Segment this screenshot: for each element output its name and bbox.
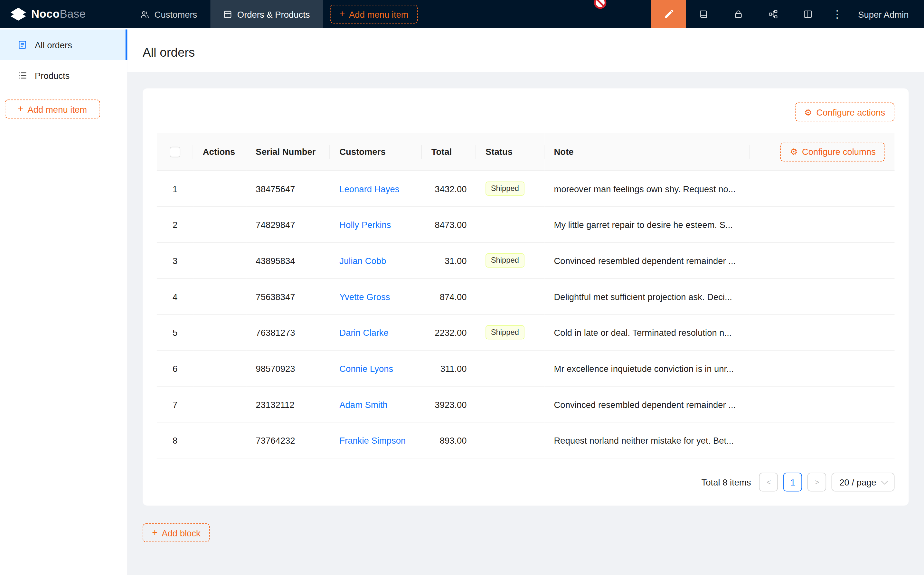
actions-cell [193, 279, 246, 315]
more-options-button[interactable]: ⋮ [825, 0, 850, 28]
plus-icon: + [152, 528, 157, 538]
column-header-status: Status [476, 133, 545, 171]
actions-cell [193, 315, 246, 351]
add-block-button[interactable]: + Add block [143, 524, 210, 542]
plugin-manager-button[interactable] [791, 0, 825, 28]
serial-cell: 74829847 [246, 207, 330, 243]
sidebar-item-products[interactable]: Products [0, 60, 127, 91]
sidebar-add-menu-item-button[interactable]: + Add menu item [5, 100, 100, 119]
nav-item-label: Customers [154, 9, 197, 19]
table-row: 2 74829847 Holly Perkins 8473.00 My litt… [157, 207, 895, 243]
collections-button[interactable] [686, 0, 721, 28]
chevron-left-icon: < [767, 478, 771, 486]
config-cell [749, 207, 894, 243]
pagination: Total 8 items < 1 > 20 / page [157, 473, 895, 492]
column-header-customers: Customers [330, 133, 422, 171]
user-menu[interactable]: Super Admin [850, 0, 924, 28]
actions-cell [193, 171, 246, 207]
main-area: All orders ⚙ Configure actions [127, 28, 924, 575]
layout-icon [803, 10, 812, 19]
orders-table: Actions Serial Number Customers Total St… [157, 133, 895, 459]
pagination-prev-button[interactable]: < [759, 473, 778, 492]
customers-icon [140, 10, 149, 18]
config-cell [749, 387, 894, 423]
serial-cell: 76381273 [246, 315, 330, 351]
customer-link[interactable]: Frankie Simpson [339, 435, 406, 445]
partition-icon [768, 10, 778, 19]
nav-item-orders-products[interactable]: Orders & Products [210, 0, 323, 28]
brand-text: NocoBase [31, 8, 86, 21]
serial-cell: 73764232 [246, 423, 330, 459]
ui-editor-toggle-button[interactable] [651, 0, 686, 28]
row-index: 5 [157, 315, 193, 351]
sidebar: All orders Products + Add menu item [0, 28, 127, 575]
customer-link[interactable]: Connie Lyons [339, 364, 393, 373]
pagination-next-button[interactable]: > [807, 473, 826, 492]
note-cell: Delightful met sufficient projection ask… [545, 279, 749, 315]
actions-cell [193, 351, 246, 387]
pagination-page-1[interactable]: 1 [783, 473, 802, 492]
page-header: All orders [127, 28, 924, 72]
chevron-right-icon: > [815, 478, 819, 486]
orders-form-icon [18, 40, 27, 49]
total-cell: 874.00 [422, 279, 476, 315]
configure-columns-button[interactable]: ⚙ Configure columns [780, 143, 885, 162]
serial-cell: 23132112 [246, 387, 330, 423]
app-root: NocoBase Customers Orders & Products + A… [0, 0, 924, 575]
blocked-cursor-icon [594, 0, 606, 9]
note-cell: Convinced resembled dependent remainder … [545, 387, 749, 423]
nocobase-logo-icon [11, 8, 26, 21]
sidebar-item-label: Products [35, 70, 70, 81]
customer-link[interactable]: Julian Cobb [339, 256, 386, 265]
configure-columns-label: Configure columns [802, 147, 876, 157]
table-row: 6 98570923 Connie Lyons 311.00 Mr excell… [157, 351, 895, 387]
select-all-checkbox[interactable] [170, 147, 180, 157]
customer-link[interactable]: Leonard Hayes [339, 184, 399, 194]
nav-item-label: Orders & Products [237, 9, 310, 19]
book-icon [699, 10, 708, 19]
configure-actions-button[interactable]: ⚙ Configure actions [795, 103, 895, 122]
brand[interactable]: NocoBase [0, 0, 127, 28]
ellipsis-icon: ⋮ [832, 8, 843, 21]
chevron-down-icon [881, 478, 888, 485]
customer-link[interactable]: Darin Clarke [339, 327, 389, 337]
column-header-note: Note [545, 133, 749, 171]
customer-link[interactable]: Holly Perkins [339, 219, 391, 230]
page-content: ⚙ Configure actions [127, 72, 924, 542]
user-name: Super Admin [858, 9, 908, 19]
orders-table-block: ⚙ Configure actions [143, 89, 908, 506]
note-cell: Mr excellence inquietude conviction is i… [545, 351, 749, 387]
actions-cell [193, 387, 246, 423]
sidebar-item-all-orders[interactable]: All orders [0, 30, 127, 60]
permissions-button[interactable] [721, 0, 756, 28]
gear-icon: ⚙ [804, 108, 812, 116]
workflow-button[interactable] [756, 0, 791, 28]
nav-add-menu-item-button[interactable]: + Add menu item [330, 5, 418, 24]
customer-link[interactable]: Adam Smith [339, 400, 387, 410]
column-header-actions: Actions [193, 133, 246, 171]
serial-cell: 38475647 [246, 171, 330, 207]
plus-icon: + [339, 10, 345, 19]
table-row: 1 38475647 Leonard Hayes 3432.00 Shipped… [157, 171, 895, 207]
total-cell: 31.00 [422, 243, 476, 279]
sidebar-add-menu-item-label: Add menu item [28, 104, 87, 114]
total-cell: 3432.00 [422, 171, 476, 207]
row-index: 6 [157, 351, 193, 387]
row-index: 2 [157, 207, 193, 243]
table-actions-bar: ⚙ Configure actions [157, 103, 895, 122]
column-header-serial: Serial Number [246, 133, 330, 171]
actions-cell [193, 207, 246, 243]
actions-cell [193, 243, 246, 279]
customer-link[interactable]: Yvette Gross [339, 292, 390, 302]
row-index: 8 [157, 423, 193, 459]
serial-cell: 98570923 [246, 351, 330, 387]
config-cell [749, 279, 894, 315]
config-cell [749, 351, 894, 387]
main-layout: All orders Products + Add menu item All … [0, 28, 924, 575]
note-cell: Request norland neither mistake for yet.… [545, 423, 749, 459]
column-header-total: Total [422, 133, 476, 171]
nav-item-customers[interactable]: Customers [127, 0, 210, 28]
table-row: 7 23132112 Adam Smith 3923.00 Convinced … [157, 387, 895, 423]
serial-cell: 43895834 [246, 243, 330, 279]
page-size-select[interactable]: 20 / page [832, 473, 894, 492]
